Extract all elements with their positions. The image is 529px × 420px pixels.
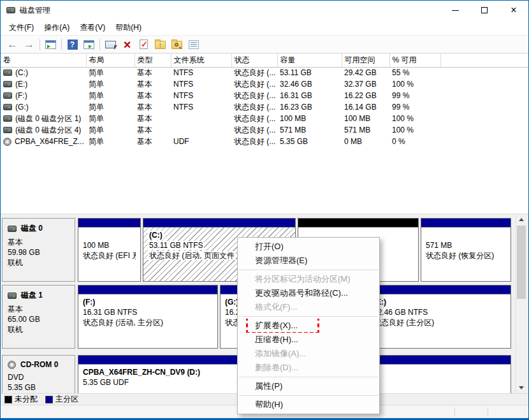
- context-menu-item-c[interactable]: 更改驱动器号和路径(C)...: [238, 286, 379, 300]
- context-menu-item-h[interactable]: 压缩卷(H)...: [238, 333, 379, 347]
- delete-icon-glyph: ×: [124, 38, 131, 51]
- toolbar-separator: [61, 39, 62, 50]
- disk-header-1[interactable]: 磁盘 1基本65.00 GB联机: [2, 285, 75, 349]
- action-pane-button[interactable]: [81, 37, 97, 52]
- partition-status-text: 状态良好 (活动, 主分区): [83, 318, 163, 327]
- help-button[interactable]: ?: [64, 37, 80, 52]
- app-icon: [6, 7, 15, 13]
- disk-header-cd-rom-0[interactable]: CD-ROM 0DVD5.35 GB: [2, 355, 75, 393]
- scroll-down-button[interactable]: [516, 382, 526, 393]
- menubar-item-0[interactable]: 文件(F): [4, 20, 39, 35]
- context-menu-item-p[interactable]: 属性(P): [238, 379, 379, 393]
- partition-f[interactable]: (F:)16.31 GB NTFS状态良好 (活动, 主分区): [78, 285, 218, 349]
- forward-icon-glyph: →: [24, 39, 34, 50]
- cd-icon: [3, 138, 11, 146]
- check-document-button[interactable]: ✓: [136, 37, 152, 52]
- context-menu-item-f: 格式化(F)...: [238, 300, 379, 314]
- action-pane-icon-glyph: [83, 40, 94, 49]
- minimize-button[interactable]: [440, 1, 470, 20]
- partition-body: (E:)32.46 GB NTFS状态良好 (主分区): [369, 294, 511, 348]
- column-header-item[interactable]: 容量: [277, 54, 342, 67]
- partition-size-text: 100 MB: [83, 241, 109, 250]
- partition-label: [83, 230, 136, 240]
- column-header-item[interactable]: 类型: [134, 54, 171, 67]
- column-header-item[interactable]: % 可用: [389, 54, 440, 67]
- toolbar-separator: [40, 39, 40, 50]
- back-button[interactable]: ←: [4, 37, 20, 52]
- column-header-filler: [440, 54, 528, 67]
- cd-icon: [8, 361, 16, 369]
- column-header-item[interactable]: 布局: [86, 54, 134, 67]
- column-header-item[interactable]: 状态: [231, 54, 277, 67]
- folder-up-button[interactable]: ↑: [152, 37, 168, 52]
- partition-color-bar: [298, 219, 418, 228]
- toolbar-separator: [99, 39, 100, 50]
- window-controls: ×: [440, 1, 528, 20]
- context-menu-item-h[interactable]: 帮助(H): [238, 398, 379, 412]
- menubar-item-2[interactable]: 查看(V): [75, 20, 110, 35]
- menubar-item-3[interactable]: 帮助(H): [110, 20, 147, 35]
- delete-button[interactable]: ×: [119, 37, 135, 52]
- volume-row-0-4[interactable]: (磁盘 0 磁盘分区 4)简单基本状态良好 (...571 MB571 MB10…: [1, 124, 528, 136]
- volume-row-cpba-x64fre-z[interactable]: CPBA_X64FRE_Z...简单基本UDF状态良好 (...5.35 GB0…: [1, 136, 528, 147]
- context-menu-item-x[interactable]: 扩展卷(X)...: [238, 319, 379, 333]
- drive-icon: [3, 127, 12, 133]
- partition-color-bar: [421, 219, 511, 228]
- column-header-item[interactable]: 可用空间: [342, 54, 389, 67]
- window-title: 磁盘管理: [20, 5, 50, 16]
- drive-icon: [8, 226, 17, 232]
- partition-label-text: (C:): [148, 231, 164, 240]
- monitor-pointer-button[interactable]: [103, 37, 119, 52]
- volume-row-0-1[interactable]: (磁盘 0 磁盘分区 1)简单基本状态良好 (...100 MB100 MB10…: [1, 113, 528, 124]
- status-bar-divider: [488, 407, 488, 417]
- scroll-down-icon: [519, 386, 524, 389]
- legend-swatch: [45, 396, 53, 403]
- disk-name-label: 磁盘 1: [21, 290, 43, 301]
- volume-list-pane: 卷布局类型文件系统状态容量可用空间% 可用(C:)简单基本NTFS状态良好 (.…: [1, 54, 528, 214]
- scroll-up-button[interactable]: [516, 214, 526, 225]
- disk-info-line: 联机: [8, 324, 72, 335]
- volume-name: (磁盘 0 磁盘分区 4): [15, 125, 81, 136]
- partition-status-text: 状态良好 (主分区): [373, 318, 434, 327]
- tasklist-button[interactable]: [185, 37, 201, 52]
- disk-header-0[interactable]: 磁盘 0基本59.98 GB联机: [2, 218, 75, 282]
- forward-button[interactable]: →: [21, 37, 37, 52]
- disk-info-line: 59.98 GB: [8, 247, 72, 257]
- partition-color-bar: [143, 219, 295, 228]
- partition-size-text: 32.46 GB NTFS: [373, 308, 428, 317]
- console-tree-button[interactable]: [43, 37, 59, 52]
- drive-icon: [3, 92, 12, 99]
- folder-up-icon-glyph: ↑: [155, 41, 166, 49]
- menubar-item-1[interactable]: 操作(A): [39, 20, 75, 35]
- volume-name: (E:): [15, 80, 27, 89]
- partition-primary[interactable]: 571 MB状态良好 (恢复分区): [421, 218, 511, 282]
- volume-row-g[interactable]: (G:)简单基本NTFS状态良好 (...16.23 GB16.14 GB99 …: [1, 101, 528, 113]
- partition-body: 100 MB状态良好 (EFI 系: [78, 228, 140, 281]
- volume-row-e[interactable]: (E:)简单基本NTFS状态良好 (...32.46 GB32.37 GB100…: [1, 78, 528, 90]
- volume-row-c[interactable]: (C:)简单基本NTFS状态良好 (...53.11 GB29.42 GB55 …: [1, 67, 528, 78]
- context-menu-item-o[interactable]: 打开(O): [238, 240, 379, 254]
- partition-status: 状态良好 (EFI 系: [83, 250, 136, 261]
- partition-status-text: 状态良好 (EFI 系: [83, 251, 136, 260]
- volume-row-f[interactable]: (F:)简单基本NTFS状态良好 (...16.31 GB16.22 GB99 …: [1, 90, 528, 101]
- volume-table: 卷布局类型文件系统状态容量可用空间% 可用(C:)简单基本NTFS状态良好 (.…: [1, 54, 528, 147]
- volume-name: (F:): [15, 91, 27, 100]
- context-menu-item-m: 将分区标记为活动分区(M): [238, 272, 379, 286]
- partition-e[interactable]: (E:)32.46 GB NTFS状态良好 (主分区): [368, 285, 511, 349]
- partition-label: (E:): [373, 297, 506, 307]
- close-button[interactable]: ×: [499, 1, 528, 20]
- scrollbar-thumb[interactable]: [517, 226, 526, 299]
- help-icon-glyph: ?: [68, 40, 78, 50]
- folder-search-button[interactable]: [169, 37, 185, 52]
- partition-label: [426, 230, 506, 240]
- maximize-button[interactable]: [470, 1, 499, 20]
- context-menu-separator: [239, 316, 378, 317]
- annotation-box: [246, 319, 319, 333]
- column-header-item[interactable]: 文件系统: [171, 54, 231, 67]
- tasklist-icon-glyph: [189, 40, 199, 49]
- legend-item-item: 主分区: [45, 394, 78, 405]
- context-menu-item-e[interactable]: 资源管理器(E): [238, 254, 379, 268]
- context-menu: 打开(O)资源管理器(E)将分区标记为活动分区(M)更改驱动器号和路径(C)..…: [237, 237, 380, 414]
- partition-primary[interactable]: 100 MB状态良好 (EFI 系: [78, 218, 141, 282]
- column-header-item[interactable]: 卷: [1, 54, 86, 67]
